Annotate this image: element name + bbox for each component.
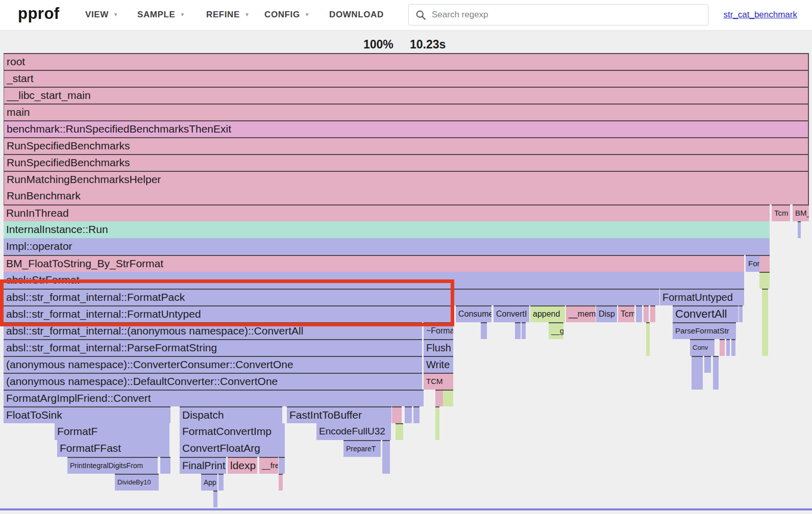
menu-sample[interactable]: SAMPLE▼: [137, 10, 185, 20]
flame-box-frame[interactable]: [382, 440, 390, 457]
flame-box-for[interactable]: For: [746, 255, 759, 272]
flame-box-absl-strformat[interactable]: absl::StrFormat: [4, 272, 744, 289]
flame-box-frame[interactable]: [435, 406, 439, 423]
flame-box-runinthread[interactable]: RunInThread: [4, 204, 770, 221]
flame-box-absl-str-format-internal-anonymous-namespace-convertall[interactable]: absl::str_format_internal::(anonymous na…: [4, 322, 422, 339]
flame-box-formatf[interactable]: FormatF: [55, 423, 169, 440]
flame-box-ldexp[interactable]: ldexp: [228, 457, 257, 474]
flame-box-frame[interactable]: [726, 339, 730, 356]
flame-box-frame[interactable]: [762, 289, 768, 305]
flame-box-frame[interactable]: [279, 457, 285, 474]
flame-box-anonymous-namespace-defaultconverter-convertone[interactable]: (anonymous namespace)::DefaultConverter:…: [4, 373, 422, 390]
flame-box-frame[interactable]: [759, 272, 770, 289]
flame-box-frame[interactable]: [713, 373, 719, 390]
flame-box-app[interactable]: App: [201, 474, 217, 491]
flame-box-root[interactable]: root: [4, 53, 809, 70]
flame-box-frame[interactable]: [213, 491, 217, 507]
flame-box-write[interactable]: Write: [424, 356, 453, 373]
flame-box-frame[interactable]: [762, 322, 768, 339]
flame-box-runbenchmark[interactable]: RunBenchmark: [4, 188, 809, 204]
flame-box-mem[interactable]: __mem: [566, 305, 596, 322]
flame-box-tcm[interactable]: TCM: [424, 373, 443, 390]
flame-box-frame[interactable]: [435, 423, 439, 440]
flame-box-forma[interactable]: ~Forma: [424, 322, 453, 339]
flame-box-formatconvertimp[interactable]: FormatConvertImp: [180, 423, 285, 440]
flame-box-frame[interactable]: [650, 305, 655, 322]
flame-box-frame[interactable]: [413, 406, 420, 423]
flame-box-frame[interactable]: [279, 474, 283, 491]
flame-box-frame[interactable]: [396, 423, 403, 440]
flame-box-consume[interactable]: Consume: [456, 305, 491, 322]
flame-box-frame[interactable]: [739, 305, 743, 322]
flame-box-tcm[interactable]: Tcm: [618, 305, 634, 322]
flame-box-main[interactable]: main: [4, 104, 809, 120]
flame-box-tcm[interactable]: Tcm: [772, 204, 790, 221]
flame-box-absl-str-format-internal-parseformatstring[interactable]: absl::str_format_internal::ParseFormatSt…: [4, 339, 422, 356]
flame-box-frame[interactable]: [704, 356, 711, 373]
flame-box-formatffast[interactable]: FormatFFast: [57, 440, 169, 457]
flame-box-frame[interactable]: [720, 339, 725, 356]
flame-box-formatuntyped[interactable]: FormatUntyped: [660, 289, 744, 305]
flame-box-frame[interactable]: [636, 305, 642, 322]
search-input[interactable]: [432, 10, 697, 20]
flame-box-frame[interactable]: [692, 356, 703, 373]
flame-box-parseformatstr[interactable]: ParseFormatStr: [673, 322, 736, 339]
flame-box-runspecifiedbenchmarks[interactable]: RunSpecifiedBenchmarks: [4, 137, 809, 154]
flame-box-impl-operator[interactable]: Impl::operator: [4, 238, 770, 255]
flame-box-frame[interactable]: [443, 373, 453, 390]
flame-box-floattosink[interactable]: FloatToSink: [4, 406, 170, 423]
flame-box-bm-floattostring-by-strformat[interactable]: BM_FloatToString_By_StrFormat: [4, 255, 744, 272]
flame-box-g[interactable]: __g: [549, 322, 563, 339]
flame-box-internalinstance-run[interactable]: InternalInstance::Run: [4, 221, 770, 238]
flame-box-start[interactable]: _start: [4, 70, 809, 87]
flame-box-frame[interactable]: [515, 322, 521, 339]
flame-box-anonymous-namespace-converterconsumer-convertone[interactable]: (anonymous namespace)::ConverterConsumer…: [4, 356, 422, 373]
search-box[interactable]: [408, 4, 708, 25]
flame-box-finalprint[interactable]: FinalPrint: [180, 457, 226, 474]
flame-box-convertall[interactable]: ConvertAll: [673, 305, 739, 322]
flame-box-frame[interactable]: [382, 457, 390, 474]
flame-box-append[interactable]: append: [530, 305, 565, 322]
flame-box-frame[interactable]: [644, 305, 649, 322]
flame-box-fre[interactable]: __fre: [259, 457, 278, 474]
flame-box-frame[interactable]: [160, 457, 170, 474]
menu-refine[interactable]: REFINE▼: [206, 10, 250, 20]
flame-box-absl-str-format-internal-formatuntyped[interactable]: absl::str_format_internal::FormatUntyped: [4, 305, 453, 322]
flame-box-runspecifiedbenchmarks[interactable]: RunSpecifiedBenchmarks: [4, 154, 809, 171]
flame-box-frame[interactable]: [443, 390, 453, 406]
flame-box-bm[interactable]: BM_: [793, 204, 809, 221]
flame-box-frame[interactable]: [759, 255, 770, 272]
flame-box-converti[interactable]: ConvertI: [494, 305, 529, 322]
profile-name-link[interactable]: str_cat_benchmark: [723, 10, 797, 20]
flame-box-disp[interactable]: Disp: [596, 305, 617, 322]
flame-box-frame[interactable]: [405, 406, 412, 423]
menu-config[interactable]: CONFIG▼: [264, 10, 310, 20]
flame-box-conv[interactable]: Conv: [690, 339, 715, 356]
flame-box-frame[interactable]: [646, 322, 650, 339]
flame-box-frame[interactable]: [646, 339, 650, 356]
flame-box-frame[interactable]: [762, 339, 768, 356]
flame-box-absl-str-format-internal-formatpack[interactable]: absl::str_format_internal::FormatPack: [4, 289, 659, 305]
flame-box-frame[interactable]: [481, 322, 487, 339]
flame-box-libc-start-main[interactable]: __libc_start_main: [4, 87, 809, 104]
flame-box-frame[interactable]: [798, 221, 801, 238]
flame-box-frame[interactable]: [392, 406, 402, 423]
flame-box-frame[interactable]: [762, 305, 768, 322]
flame-box-frame[interactable]: [713, 356, 719, 373]
flame-box-formatargimplfriend-convert[interactable]: FormatArgImplFriend::Convert: [4, 390, 424, 406]
flame-box-preparet[interactable]: PrepareT: [343, 440, 381, 457]
flame-box-flush[interactable]: Flush: [424, 339, 453, 356]
menu-download[interactable]: DOWNLOAD: [329, 10, 384, 20]
flame-box-runmatchingbenchmarkshelper[interactable]: RunMatchingBenchmarksHelper: [4, 171, 809, 188]
flame-box-dispatch[interactable]: Dispatch: [180, 406, 282, 423]
flame-box-printintegraldigitsfrom[interactable]: PrintIntegralDigitsFrom: [67, 457, 158, 474]
menu-view[interactable]: VIEW▼: [85, 10, 118, 20]
flame-box-convertfloatarg[interactable]: ConvertFloatArg: [180, 440, 285, 457]
flame-box-divideby10[interactable]: DivideBy10: [115, 474, 159, 491]
flame-box-frame[interactable]: [522, 322, 526, 339]
flame-box-fastinttobuffer[interactable]: FastIntToBuffer: [287, 406, 391, 423]
flame-box-benchmark-runspecifiedbenchmarksthenexit[interactable]: benchmark::RunSpecifiedBenchmarksThenExi…: [4, 120, 809, 137]
flame-box-encodefullu32[interactable]: EncodeFullU32: [316, 423, 391, 440]
flame-box-frame[interactable]: [218, 474, 224, 491]
flame-box-frame[interactable]: [692, 373, 703, 390]
